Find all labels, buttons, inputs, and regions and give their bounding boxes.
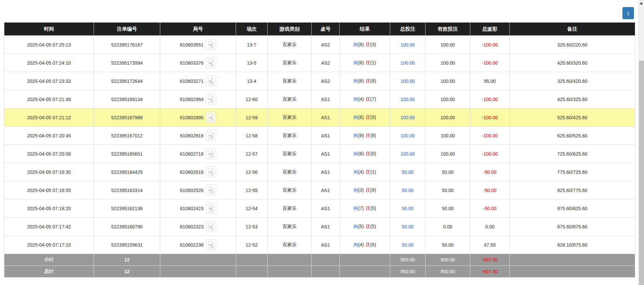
cell-time: 2025-04-05 07:19:30: [4, 163, 94, 181]
cell-payout: -100.00: [470, 145, 510, 163]
result-banker-score: (8): [370, 78, 376, 84]
cell-payout: -50.00: [470, 181, 510, 199]
table-row[interactable]: 2025-04-05 07:20:08522395165651610802718…: [4, 145, 635, 163]
cell-bet-no: 522395164425: [94, 163, 160, 181]
cell-total-bet: 50.00: [390, 163, 426, 181]
cell-time: 2025-04-05 07:20:08: [4, 145, 94, 163]
cell-remark: 875.60/825.60: [510, 199, 635, 218]
cell-payout: -50.00: [470, 199, 510, 218]
result-banker-score: (0): [370, 151, 376, 156]
table-row[interactable]: 2025-04-05 07:20:45522395167012610802818…: [4, 127, 635, 145]
cell-session: 13-7: [236, 36, 268, 54]
result-banker-score: (8): [370, 187, 376, 193]
video-replay-button[interactable]: [206, 39, 216, 50]
cell-table-no: AS1: [312, 199, 340, 218]
result-banker-score: (6): [370, 242, 376, 247]
cell-bet-no: 522395162136: [94, 199, 160, 218]
header-session: 场次: [236, 23, 268, 36]
video-replay-button[interactable]: [206, 148, 216, 159]
cell-remark: 420.60/320.60: [510, 54, 635, 72]
result-player-label: 闲: [353, 96, 358, 102]
footer-empty-round: [160, 266, 236, 278]
video-replay-button[interactable]: [206, 239, 216, 250]
cell-result: 闲(8)庄(3): [340, 36, 390, 54]
cell-round-no: 610802618: [160, 163, 236, 181]
cell-valid-bet: 50.00: [426, 163, 470, 181]
result-banker-score: (3): [370, 42, 376, 47]
cell-game-type: 百家乐: [268, 199, 312, 218]
cell-round-no: 610802895: [160, 108, 236, 127]
table-row[interactable]: 2025-04-05 07:17:10522395159631610802238…: [4, 236, 635, 254]
table-row[interactable]: 2025-04-05 07:21:12522395167988610802895…: [4, 108, 635, 127]
result-banker-label: 庄: [366, 115, 370, 120]
result-banker-score: (5): [370, 205, 376, 211]
cell-total-bet: 100.00: [390, 145, 426, 163]
video-replay-button[interactable]: [206, 112, 216, 123]
cell-remark: 775.60/725.60: [510, 163, 635, 181]
video-replay-button[interactable]: [206, 203, 216, 214]
cell-time: 2025-04-05 07:18:55: [4, 181, 94, 199]
table-row[interactable]: 2025-04-05 07:18:55522395163314610802520…: [4, 181, 635, 199]
header-round-no: 局号: [160, 23, 236, 36]
footer-empty-game: [268, 254, 312, 266]
result-player-label: 闲: [353, 42, 358, 47]
result-player-label: 闲: [353, 242, 358, 247]
table-row[interactable]: 2025-04-05 07:21:48522395169134610802984…: [4, 90, 635, 108]
cell-total-bet: 100.00: [390, 72, 426, 90]
cell-table-no: AS2: [312, 54, 340, 72]
cell-game-type: 百家乐: [268, 36, 312, 54]
cell-remark: 625.60/525.60: [510, 127, 635, 145]
footer-total-bet: 950.00: [390, 254, 426, 266]
cell-payout: -100.00: [470, 36, 510, 54]
video-replay-button[interactable]: [206, 166, 216, 178]
cell-table-no: AS1: [312, 127, 340, 145]
cell-bet-no: 522395165651: [94, 145, 160, 163]
video-replay-button[interactable]: [206, 57, 216, 68]
table-row[interactable]: 2025-04-05 07:19:30522395164425610802618…: [4, 163, 635, 181]
cell-table-no: AS1: [312, 145, 340, 163]
table-row[interactable]: 2025-04-05 07:17:42522395160790610802323…: [4, 218, 635, 236]
table-row[interactable]: 2025-04-05 07:18:20522395162136610802423…: [4, 199, 635, 218]
header-bet-no: 注单编号: [94, 23, 160, 36]
video-file-icon: [208, 186, 214, 194]
cell-time: 2025-04-05 07:24:10: [4, 54, 94, 72]
video-replay-button[interactable]: [206, 130, 216, 141]
footer-valid-bet: 900.00: [426, 266, 470, 278]
vertical-scrollbar[interactable]: [638, 0, 644, 285]
video-file-icon: [208, 204, 214, 213]
pagination-page-1-button[interactable]: 1: [622, 7, 634, 19]
cell-bet-no: 522395173994: [94, 54, 160, 72]
video-replay-button[interactable]: [206, 75, 216, 87]
footer-payout: -607.50: [470, 254, 510, 266]
result-banker-score: (5): [370, 224, 376, 229]
result-banker-score: (5): [370, 115, 376, 120]
result-player-label: 闲: [353, 151, 358, 156]
cell-round-no: 610803551: [160, 36, 236, 54]
footer-payout: -607.50: [470, 266, 510, 278]
result-player-label: 闲: [353, 187, 358, 193]
round-no-text: 610803551: [180, 42, 203, 48]
cell-game-type: 百家乐: [268, 145, 312, 163]
cell-payout: -50.00: [470, 163, 510, 181]
header-total-bet: 总投注: [390, 23, 426, 36]
table-row[interactable]: 2025-04-05 07:24:10522395173994610803376…: [4, 54, 635, 72]
cell-result: 闲(7)庄(5): [340, 199, 390, 218]
cell-bet-no: 522395172644: [94, 72, 160, 90]
scrollbar-thumb[interactable]: [639, 61, 644, 285]
cell-valid-bet: 100.00: [426, 72, 470, 90]
cell-total-bet: 50.00: [390, 199, 426, 218]
table-row[interactable]: 2025-04-05 07:25:13522395176187610803551…: [4, 36, 635, 54]
result-player-score: (4): [358, 96, 364, 102]
cell-payout: 0.00: [470, 218, 510, 236]
cell-remark: 875.60/875.60: [510, 218, 635, 236]
cell-table-no: AS1: [312, 181, 340, 199]
video-file-icon: [208, 168, 214, 176]
video-replay-button[interactable]: [206, 185, 216, 196]
scroll-up-arrow-icon[interactable]: [640, 2, 643, 4]
cell-valid-bet: 50.00: [426, 181, 470, 199]
video-replay-button[interactable]: [206, 221, 216, 232]
table-row[interactable]: 2025-04-05 07:23:33522395172644610803271…: [4, 72, 635, 90]
video-file-icon: [208, 132, 214, 140]
result-player-label: 闲: [353, 60, 358, 65]
video-replay-button[interactable]: [206, 94, 216, 105]
